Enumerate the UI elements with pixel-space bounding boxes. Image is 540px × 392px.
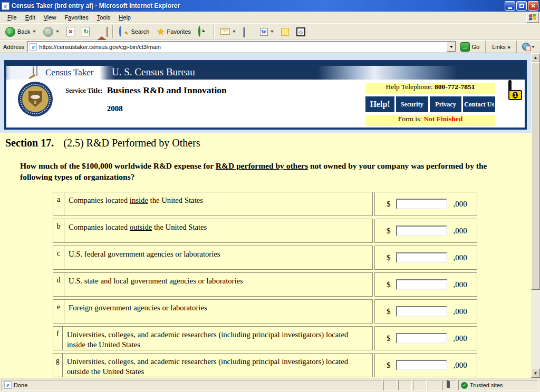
trusted-sites-icon: ✓ [461,382,468,389]
print-button[interactable] [240,24,256,39]
help-button[interactable]: Help! [365,96,394,112]
amount-cell: $ ,000 [374,192,477,216]
stop-icon: ✕ [66,27,74,36]
glossary-link[interactable]: inside [130,196,148,204]
status-lock-panel [442,380,457,390]
section-title: (2.5) R&D Performed by Others [63,137,200,149]
search-button[interactable]: Search [116,24,152,39]
amount-input-a[interactable] [396,199,447,209]
menu-favorites[interactable]: Favorites [60,13,92,22]
amount-input-e[interactable] [396,306,447,317]
close-button[interactable]: ✕ [528,1,538,11]
service-title-label: Service Title: [65,87,103,113]
row-text: Foreign government agencies or laborator… [64,300,211,323]
notes-button[interactable] [278,24,292,39]
table-row-a: a Companies located inside the United St… [53,192,531,216]
search-icon [119,27,129,36]
translate-dropdown-icon[interactable] [532,46,535,48]
minimize-button[interactable] [505,1,515,11]
address-label: Address [2,44,27,50]
note-icon [281,28,289,36]
security-button[interactable]: Security [396,96,428,112]
status-bar: e Done ✓ Trusted sites [0,378,540,392]
service-year: 2008 [107,104,227,113]
vertical-scrollbar[interactable]: ▲ ▼ [531,53,540,378]
row-letter: f [53,327,63,350]
glossary-link[interactable]: inside [67,340,85,349]
help-telephone: Help Telephone: 800-772-7851 [365,83,495,94]
back-dropdown-icon[interactable] [33,31,36,33]
status-message: e Done [2,380,382,390]
amount-cell: $ ,000 [374,272,477,297]
restore-button[interactable] [516,1,527,11]
table-row-f: f Universities, colleges, and academic r… [53,326,531,350]
rd-performed-by-others-link[interactable]: R&D performed by others [216,161,308,170]
brand-name: Census Taker [45,67,94,78]
scrollbar-thumb[interactable] [531,62,540,290]
scroll-down-button[interactable]: ▼ [531,369,540,378]
page-icon: e [30,43,37,51]
amount-input-d[interactable] [396,279,447,290]
amount-input-g[interactable] [396,360,447,370]
links-button[interactable]: Links » [488,44,515,50]
status-panel [413,380,427,390]
back-button[interactable]: ← Back [2,24,39,39]
scrollbar-track[interactable] [531,290,540,369]
history-button[interactable] [195,24,211,39]
menu-bar: File Edit View Favorites Tools Help [0,12,540,23]
contact-us-button[interactable]: Contact Us [463,96,495,112]
address-field[interactable]: e [27,41,456,52]
mail-dropdown-icon[interactable] [233,31,236,33]
address-bar: Address e → Go Links » [0,40,540,53]
amount-input-f[interactable] [396,333,447,344]
translate-button[interactable] [519,43,538,51]
page-header-band: Census Taker U. S. Census Bureau Service… [0,53,531,133]
toolbar-separator [214,25,215,38]
row-letter: d [53,273,64,296]
amount-input-c[interactable] [396,252,447,263]
edit-dropdown-icon[interactable] [271,31,274,33]
favorites-button[interactable]: ★ Favorites [153,24,194,39]
forward-button[interactable]: → [40,24,62,39]
form-status: Form is: Not Finished [365,115,495,126]
go-button[interactable]: → Go [456,42,484,52]
glossary-link[interactable]: outside [130,223,152,231]
edit-with-word-button[interactable]: W [257,24,277,39]
window-title: Census Taker (brd entry af) - Microsoft … [12,2,505,9]
section-number: Section 17. [5,137,54,149]
scroll-up-button[interactable]: ▲ [531,53,540,62]
menu-file[interactable]: File [3,13,21,22]
menu-tools[interactable]: Tools [93,13,115,22]
home-button[interactable] [94,24,110,39]
row-text: Universities, colleges, and academic res… [63,354,372,377]
address-input[interactable] [39,42,446,51]
header-nav: Help! Security Privacy Contact Us [365,96,495,112]
messenger-button[interactable]: ◇ [293,24,308,39]
stop-button[interactable]: ✕ [63,24,78,39]
help-phone-number: 800-772-7851 [435,83,475,91]
amount-input-b[interactable] [396,226,447,236]
answer-rows: a Companies located inside the United St… [53,192,531,377]
browser-viewport: Census Taker U. S. Census Bureau Service… [0,53,540,378]
amount-cell: $ ,000 [374,299,477,324]
menu-view[interactable]: View [40,13,61,22]
address-dropdown-button[interactable] [447,42,456,52]
links-chevron-icon[interactable]: » [507,44,510,50]
addressbar-separator [485,41,486,53]
home-icon [97,27,107,36]
favorites-star-icon: ★ [157,27,165,36]
print-icon [243,28,253,35]
mail-button[interactable] [217,24,239,39]
back-icon: ← [5,27,15,37]
menu-edit[interactable]: Edit [21,13,40,22]
table-row-c: c U.S. federal government agencies or la… [53,246,531,270]
privacy-button[interactable]: Privacy [430,96,462,112]
forward-dropdown-icon[interactable] [56,31,59,33]
word-icon: W [260,28,268,36]
security-zone: ✓ Trusted sites [458,380,538,390]
menu-help[interactable]: Help [114,13,135,22]
row-letter: b [53,219,64,242]
table-row-g: g Universities, colleges, and academic r… [53,353,531,377]
refresh-button[interactable]: ↻ [79,24,93,39]
history-icon [198,27,208,36]
